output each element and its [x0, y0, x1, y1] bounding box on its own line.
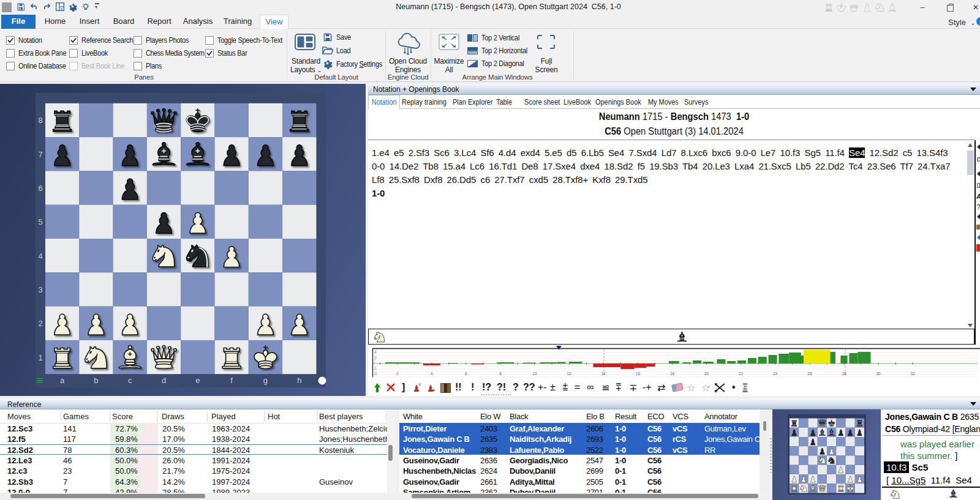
svg-text:16: 16: [636, 371, 641, 376]
svg-text:24: 24: [773, 371, 778, 376]
svg-text:10: 10: [532, 371, 537, 376]
svg-text:c: c: [128, 376, 132, 385]
svg-text:e: e: [195, 376, 200, 385]
svg-text:26: 26: [807, 371, 812, 376]
svg-text:h: h: [297, 376, 301, 385]
svg-text:g: g: [263, 376, 268, 385]
svg-text:2: 2: [38, 319, 42, 328]
svg-text:28: 28: [842, 371, 846, 376]
svg-text:-1: -1: [373, 366, 377, 370]
svg-text:a: a: [60, 376, 65, 385]
svg-text:3: 3: [38, 285, 42, 294]
svg-text:-3: -3: [373, 371, 377, 376]
svg-text:6: 6: [38, 184, 42, 193]
svg-text:8: 8: [38, 116, 42, 125]
svg-text:f: f: [230, 376, 233, 385]
svg-text:14: 14: [601, 371, 606, 376]
svg-text:2: 2: [396, 371, 399, 376]
svg-text:T: T: [419, 383, 421, 387]
svg-text:6: 6: [465, 371, 467, 376]
svg-text:4: 4: [374, 350, 377, 354]
svg-text:12: 12: [567, 371, 572, 376]
svg-text:20: 20: [704, 371, 709, 376]
svg-text:4: 4: [431, 371, 433, 376]
svg-text:d: d: [162, 376, 166, 385]
svg-text:30: 30: [876, 371, 881, 376]
svg-text:1: 1: [38, 353, 42, 362]
svg-text:5: 5: [38, 217, 42, 226]
svg-text:4: 4: [38, 252, 42, 261]
svg-text:b: b: [94, 376, 98, 385]
svg-text:7: 7: [38, 150, 42, 159]
svg-text:22: 22: [739, 371, 744, 376]
svg-text:18: 18: [670, 371, 675, 376]
svg-text:8: 8: [499, 371, 502, 376]
svg-text:2: 2: [374, 356, 377, 360]
svg-text:32: 32: [911, 371, 916, 376]
